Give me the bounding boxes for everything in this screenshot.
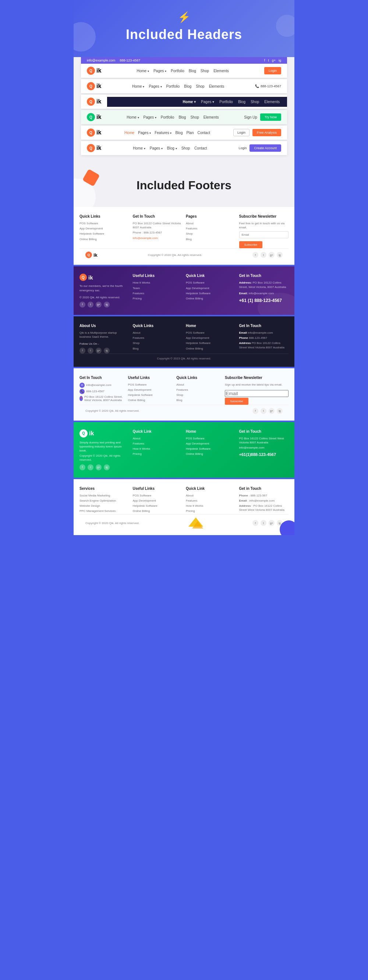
nav-home-4[interactable]: Home ▾ [127,115,139,119]
footer-3-home-2[interactable]: App Development [186,336,236,340]
footer-6-ql-2[interactable]: Features [186,499,236,503]
footer-5-instagram[interactable]: ig [104,465,109,470]
try-now-button-4[interactable]: Try Now [260,113,281,121]
footer-3-home-4[interactable]: Online Billing [186,347,236,351]
nav-plan-5[interactable]: Plan [186,131,194,135]
footer-4-ul-3[interactable]: Helpdesk Software [128,393,173,397]
instagram-icon[interactable]: ig [279,59,281,62]
footer-2-ul-3[interactable]: Features [133,291,182,295]
footer-5-twitter[interactable]: t [87,465,94,470]
footer-5-home-2[interactable]: App Development [186,442,236,445]
nav-shop-3[interactable]: Shop [251,100,259,104]
nav-blog-1[interactable]: Blog [189,69,196,73]
footer-3-home-3[interactable]: Helpdesk Software [186,341,236,345]
footer-1-link-1[interactable]: POS Software [79,221,129,225]
footer-4-subscribe-btn[interactable]: Subscribe [225,398,248,405]
footer-4-email-input[interactable] [225,390,289,397]
nav-home-2[interactable]: Home ▾ [132,84,144,88]
nav-contact-6[interactable]: Contact [194,146,207,150]
footer-6-s3[interactable]: Website Design [79,504,129,508]
nav-home-3[interactable]: Home ▾ [183,100,196,104]
footer-4-twitter[interactable]: t [260,408,266,414]
footer-6-ul-2[interactable]: App Development [133,499,182,503]
footer-4-ql-2[interactable]: Features [176,388,221,392]
footer-5-ql-2[interactable]: Features [133,442,182,445]
nav-portfolio-4[interactable]: Portfolio [161,115,174,119]
sign-up-button-4[interactable]: Sign Up [244,115,257,119]
login-button-1[interactable]: Login [264,67,281,75]
footer-1-link-3[interactable]: Helpdesk Software [79,232,129,236]
footer-1-email-input[interactable] [239,231,289,238]
footer-6-twitter[interactable]: t [260,520,266,526]
nav-elements-2[interactable]: Elements [209,84,224,88]
footer-3-home-1[interactable]: POS Software [186,331,236,335]
footer-5-ql-3[interactable]: How It Works [133,447,182,451]
create-account-button-6[interactable]: Create Account [249,144,281,152]
footer-4-ql-3[interactable]: Shop [176,393,221,397]
footer-1-email[interactable]: info@example.com [133,236,182,240]
footer-1-link-2[interactable]: App Development [79,226,129,231]
footer-4-googleplus[interactable]: g+ [269,408,274,414]
googleplus-icon[interactable]: g+ [272,59,276,62]
footer-2-ql-4[interactable]: Online Billing [186,296,236,301]
nav-home-1[interactable]: Home ▾ [136,69,149,73]
footer-5-facebook[interactable]: f [79,465,86,470]
footer-4-ul-4[interactable]: Online Billing [128,398,173,402]
footer-1-subscribe-btn[interactable]: Subscribe [239,241,263,248]
footer-2-googleplus[interactable]: g+ [96,302,102,307]
footer-5-home-4[interactable]: Online Billing [186,452,236,456]
footer-3-facebook[interactable]: f [79,348,86,353]
nav-shop-1[interactable]: Shop [201,69,209,73]
footer-5-googleplus[interactable]: g+ [96,465,102,470]
nav-blog-2[interactable]: Blog [184,84,191,88]
footer-1-googleplus[interactable]: g+ [269,252,274,258]
footer-6-ul-4[interactable]: Online Billing [133,509,182,513]
nav-blog-5[interactable]: Blog [175,131,182,135]
footer-4-ql-4[interactable]: Blog [176,398,221,402]
footer-2-ul-2[interactable]: Team [133,286,182,290]
facebook-icon[interactable]: f [264,59,265,62]
footer-6-facebook[interactable]: f [252,520,259,526]
footer-6-ul-1[interactable]: POS Software [133,493,182,498]
nav-elements-4[interactable]: Elements [203,115,219,119]
nav-blog-4[interactable]: Blog [178,115,186,119]
footer-3-instagram[interactable]: ig [104,348,109,353]
footer-2-ul-1[interactable]: How It Works [133,281,182,285]
footer-4-ul-1[interactable]: POS Software [128,383,173,387]
free-analysis-button-5[interactable]: Free Analysis [252,129,281,136]
footer-2-ql-1[interactable]: POS Software [186,281,236,285]
nav-elements-3[interactable]: Elements [264,100,280,104]
footer-6-ql-1[interactable]: About [186,493,236,498]
footer-1-page-4[interactable]: Blog [186,237,236,241]
footer-2-instagram[interactable]: ig [104,302,109,307]
nav-elements-1[interactable]: Elements [213,69,229,73]
footer-4-facebook[interactable]: f [252,408,259,414]
nav-pages-2[interactable]: Pages ▾ [149,84,162,88]
nav-pages-1[interactable]: Pages ▾ [154,69,167,73]
nav-portfolio-3[interactable]: Portfolio [219,100,233,104]
footer-5-home-3[interactable]: Helpdesk Software [186,447,236,451]
footer-6-s4[interactable]: PPC Management Services [79,509,129,513]
footer-2-ul-4[interactable]: Pricing [133,296,182,301]
nav-home-5[interactable]: Home [124,131,134,135]
nav-portfolio-1[interactable]: Portfolio [171,69,184,73]
footer-1-twitter[interactable]: t [260,252,266,258]
footer-1-instagram[interactable]: ig [277,252,282,258]
footer-2-ql-3[interactable]: Helpdesk Software [186,291,236,295]
nav-blog-3[interactable]: Blog [238,100,246,104]
nav-contact-5[interactable]: Contact [197,131,210,135]
footer-1-link-4[interactable]: Online Billing [79,237,129,241]
nav-pages-4[interactable]: Pages ▾ [144,115,156,119]
login-button-5[interactable]: Login [233,129,249,136]
footer-6-ql-3[interactable]: How It Works [186,504,236,508]
footer-6-s2[interactable]: Search Engine Optimization [79,499,129,503]
twitter-icon[interactable]: t [268,59,269,62]
footer-1-page-1[interactable]: About [186,221,236,225]
footer-3-ql-2[interactable]: Features [133,336,182,340]
footer-2-ql-2[interactable]: App Development [186,286,236,290]
footer-4-instagram[interactable]: ig [277,408,282,414]
nav-shop-6[interactable]: Shop [181,146,190,150]
footer-6-ul-3[interactable]: Helpdesk Software [133,504,182,508]
footer-6-googleplus[interactable]: g+ [269,520,274,526]
nav-pages-5[interactable]: Pages ▾ [138,131,151,135]
